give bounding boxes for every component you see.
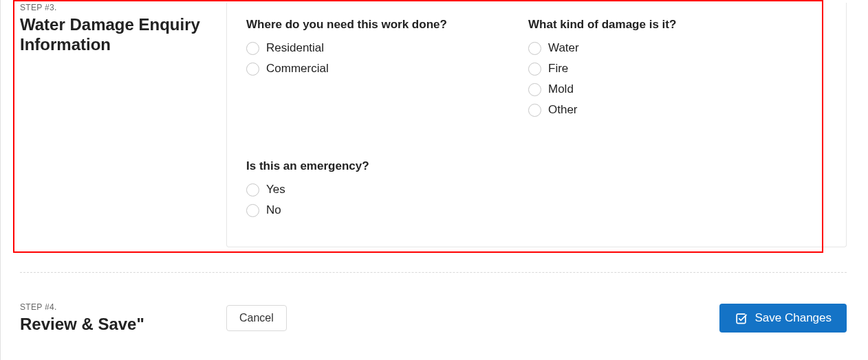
radio-label: No (266, 203, 281, 217)
radio-option-residential[interactable]: Residential (246, 41, 528, 55)
question-damage-kind: What kind of damage is it? (528, 18, 827, 32)
radio-option-water[interactable]: Water (528, 41, 827, 55)
radio-option-mold[interactable]: Mold (528, 82, 827, 96)
radio-option-fire[interactable]: Fire (528, 62, 827, 76)
step3-section: STEP #3. Water Damage Enquiry Informatio… (20, 0, 847, 247)
cancel-button[interactable]: Cancel (226, 305, 287, 331)
radio-label: Yes (266, 183, 285, 196)
save-button-label: Save Changes (755, 311, 832, 325)
radio-icon (528, 63, 541, 76)
radio-icon (246, 42, 259, 55)
radio-icon (528, 104, 541, 117)
step4-number: STEP #4. (20, 302, 226, 312)
radio-icon (246, 63, 259, 76)
radio-label: Residential (266, 41, 324, 55)
step3-form-panel: Where do you need this work done? Reside… (226, 3, 847, 247)
radio-label: Mold (548, 82, 574, 96)
radio-icon (528, 83, 541, 96)
radio-label: Fire (548, 62, 568, 76)
radio-icon (528, 42, 541, 55)
step4-label-column: STEP #4. Review & Save" (20, 302, 226, 335)
radio-option-no[interactable]: No (246, 203, 827, 217)
step4-actions: Cancel Save Changes (226, 302, 847, 333)
step4-section: STEP #4. Review & Save" Cancel Save Chan… (20, 302, 847, 335)
step3-title: Water Damage Enquiry Information (20, 15, 226, 55)
question-work-location: Where do you need this work done? (246, 18, 528, 32)
radio-option-commercial[interactable]: Commercial (246, 62, 528, 76)
radio-option-other[interactable]: Other (528, 103, 827, 117)
step3-number: STEP #3. (20, 3, 226, 12)
radio-label: Water (548, 41, 579, 55)
radio-icon (246, 204, 259, 217)
save-changes-button[interactable]: Save Changes (719, 304, 847, 333)
step3-label-column: STEP #3. Water Damage Enquiry Informatio… (20, 3, 226, 55)
step4-title: Review & Save" (20, 315, 226, 335)
check-icon (735, 312, 748, 325)
radio-icon (246, 183, 259, 196)
radio-option-yes[interactable]: Yes (246, 183, 827, 196)
radio-label: Other (548, 103, 578, 117)
section-divider (20, 272, 847, 273)
radio-label: Commercial (266, 62, 329, 76)
question-emergency: Is this an emergency? (246, 159, 827, 173)
